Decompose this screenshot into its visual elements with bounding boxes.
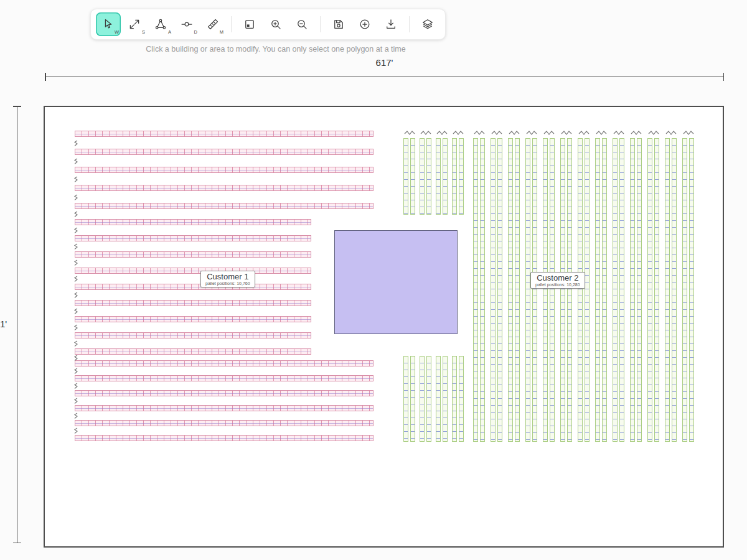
pallet-rack-column[interactable]	[550, 138, 555, 442]
rack-hook-icon	[665, 130, 677, 136]
left-dimension-line	[17, 106, 17, 543]
pallet-rack-row[interactable]	[75, 405, 374, 411]
add-circle-icon	[359, 18, 371, 30]
measure-tool-button[interactable]: M	[200, 12, 225, 36]
pallet-rack-row[interactable]	[75, 435, 374, 441]
rack-hook-icon	[596, 130, 607, 136]
pallet-rack-column[interactable]	[452, 138, 457, 215]
pallet-rack-row[interactable]	[75, 251, 311, 258]
pallet-rack-column[interactable]	[654, 138, 659, 442]
save-button[interactable]	[326, 12, 351, 36]
pallet-rack-row[interactable]	[75, 348, 311, 355]
pallet-rack-column[interactable]	[602, 138, 607, 442]
pallet-rack-column[interactable]	[410, 138, 415, 215]
customer2-label[interactable]: Customer 2 pallet positions: 10,280	[530, 272, 585, 289]
customer1-label[interactable]: Customer 1 pallet positions: 10,760	[200, 271, 255, 287]
pallet-rack-column[interactable]	[459, 356, 464, 442]
pallet-rack-column[interactable]	[613, 138, 618, 442]
pallet-rack-row[interactable]	[75, 420, 374, 426]
pallet-rack-column[interactable]	[426, 356, 431, 442]
pallet-rack-row[interactable]	[75, 268, 311, 274]
toolbar-divider	[409, 16, 410, 32]
pallet-rack-row[interactable]	[75, 375, 374, 381]
zoom-out-button[interactable]	[289, 12, 314, 36]
rack-hook-icon	[404, 130, 415, 136]
rack-hook-icon	[453, 130, 464, 136]
layers-button[interactable]	[415, 12, 440, 36]
add-button[interactable]	[352, 12, 377, 36]
pallet-rack-row[interactable]	[75, 284, 311, 290]
pallet-rack-column[interactable]	[578, 138, 583, 442]
pallet-rack-column[interactable]	[420, 138, 425, 215]
pallet-rack-column[interactable]	[682, 138, 687, 442]
rack-hook-icon	[526, 130, 537, 136]
pallet-rack-row[interactable]	[75, 300, 311, 306]
pallet-rack-column[interactable]	[436, 138, 441, 215]
pallet-rack-column[interactable]	[403, 138, 408, 215]
move-tool-button[interactable]: S	[122, 12, 147, 36]
toolbar: W S A D M	[90, 9, 446, 40]
pallet-rack-column[interactable]	[525, 138, 530, 442]
save-icon	[332, 18, 345, 30]
pallet-rack-column[interactable]	[426, 138, 431, 215]
pallet-rack-column[interactable]	[459, 138, 464, 215]
pallet-rack-row[interactable]	[75, 235, 311, 241]
pallet-rack-column[interactable]	[619, 138, 624, 442]
pallet-rack-column[interactable]	[672, 138, 677, 442]
pallet-rack-row[interactable]	[75, 131, 374, 137]
pallet-rack-column[interactable]	[480, 138, 485, 442]
pallet-rack-column[interactable]	[543, 138, 548, 442]
pallet-rack-column[interactable]	[443, 356, 448, 442]
polygon-tool-button[interactable]: A	[148, 12, 173, 36]
layers-icon	[421, 18, 434, 30]
rack-connector-icon	[73, 324, 78, 331]
fit-view-button[interactable]	[237, 12, 262, 36]
pallet-rack-column[interactable]	[630, 138, 635, 442]
pallet-rack-column[interactable]	[497, 138, 502, 442]
pallet-rack-column[interactable]	[532, 138, 537, 442]
pallet-rack-column[interactable]	[595, 138, 600, 442]
zoom-in-button[interactable]	[263, 12, 288, 36]
pallet-rack-column[interactable]	[665, 138, 670, 442]
pallet-rack-row[interactable]	[75, 219, 311, 225]
zoom-in-icon	[270, 18, 282, 30]
tool-shortcut: D	[194, 29, 197, 35]
ruler-icon	[207, 18, 219, 30]
rack-hook-icon	[648, 130, 659, 136]
pallet-rack-column[interactable]	[410, 356, 415, 442]
pallet-rack-column[interactable]	[403, 356, 408, 442]
frame-icon	[243, 18, 256, 30]
pallet-rack-row[interactable]	[75, 360, 374, 366]
pallet-rack-column[interactable]	[637, 138, 642, 442]
pallet-rack-column[interactable]	[452, 356, 457, 442]
pallet-rack-row[interactable]	[75, 167, 374, 173]
pallet-rack-row[interactable]	[75, 390, 374, 396]
select-tool-button[interactable]: W	[96, 12, 121, 36]
pallet-rack-column[interactable]	[473, 138, 478, 442]
pallet-rack-column[interactable]	[689, 138, 694, 442]
rack-connector-icon	[73, 398, 78, 404]
pallet-rack-column[interactable]	[515, 138, 520, 442]
pallet-rack-column[interactable]	[585, 138, 590, 442]
pallet-rack-row[interactable]	[75, 332, 311, 338]
node-tool-button[interactable]: D	[174, 12, 199, 36]
pallet-rack-column[interactable]	[420, 356, 425, 442]
pallet-rack-column[interactable]	[647, 138, 652, 442]
tool-shortcut: A	[168, 29, 171, 35]
pallet-rack-row[interactable]	[75, 203, 374, 209]
pallet-rack-row[interactable]	[75, 316, 311, 322]
pallet-rack-column[interactable]	[436, 356, 441, 442]
pallet-rack-column[interactable]	[508, 138, 513, 442]
rack-connector-icon	[73, 308, 78, 315]
pallet-rack-column[interactable]	[491, 138, 496, 442]
pallet-rack-column[interactable]	[443, 138, 448, 215]
customer2-pallet-positions: pallet positions: 10,280	[535, 282, 580, 287]
rack-connector-icon	[73, 227, 78, 234]
pallet-rack-column[interactable]	[560, 138, 565, 442]
central-area-polygon[interactable]	[334, 230, 458, 334]
rack-connector-icon	[73, 355, 78, 362]
download-button[interactable]	[378, 12, 403, 36]
pallet-rack-row[interactable]	[75, 149, 374, 155]
pallet-rack-column[interactable]	[567, 138, 572, 442]
pallet-rack-row[interactable]	[75, 185, 374, 191]
